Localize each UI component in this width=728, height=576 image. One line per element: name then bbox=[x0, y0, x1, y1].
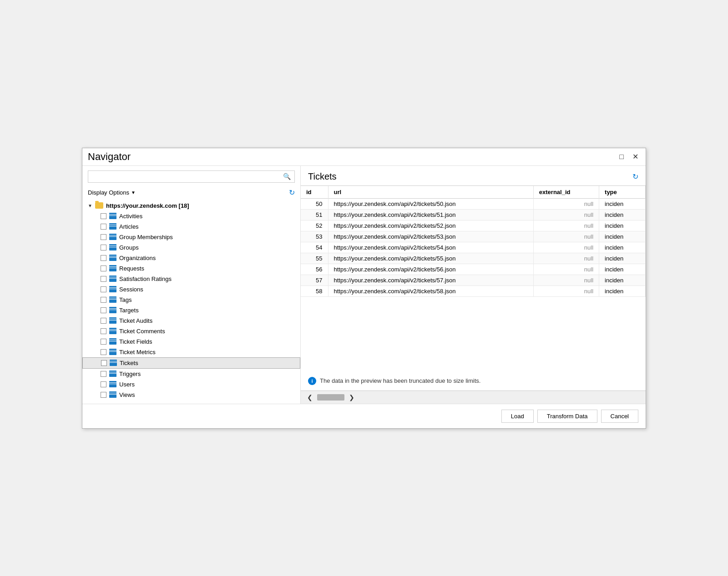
scroll-thumb[interactable] bbox=[317, 394, 344, 401]
tree-item[interactable]: Ticket Comments bbox=[82, 326, 300, 336]
tree-item-checkbox[interactable] bbox=[101, 339, 106, 345]
cell-url: https://your.zendesk.com/api/v2/tickets/… bbox=[328, 242, 533, 253]
cell-type: inciden bbox=[599, 275, 646, 285]
tree-item[interactable]: Triggers bbox=[82, 369, 300, 379]
tree-item-checkbox[interactable] bbox=[101, 307, 106, 313]
tree-item-label: Organizations bbox=[119, 255, 156, 261]
tree-item-checkbox[interactable] bbox=[101, 234, 106, 240]
tree-item-checkbox[interactable] bbox=[101, 276, 106, 282]
table-icon bbox=[109, 328, 116, 334]
cell-id: 58 bbox=[301, 285, 328, 296]
cell-external-id: null bbox=[533, 209, 599, 220]
truncate-text: The data in the preview has been truncat… bbox=[320, 377, 480, 384]
chevron-down-icon: ▼ bbox=[131, 190, 136, 195]
table-icon bbox=[109, 223, 116, 230]
tree-item[interactable]: Ticket Fields bbox=[82, 336, 300, 347]
tree-item[interactable]: Tags bbox=[82, 295, 300, 305]
tree-item-checkbox[interactable] bbox=[101, 255, 106, 261]
scroll-left-button[interactable]: ❮ bbox=[304, 393, 315, 402]
tree-item-checkbox[interactable] bbox=[101, 286, 106, 292]
tree-item-label: Activities bbox=[119, 213, 142, 220]
tree-item-checkbox[interactable] bbox=[101, 360, 107, 366]
tree-item-label: Requests bbox=[119, 265, 144, 272]
table-column-header: external_id bbox=[533, 186, 599, 199]
table-row: 55https://your.zendesk.com/api/v2/ticket… bbox=[301, 253, 646, 264]
tree-item[interactable]: Sessions bbox=[82, 284, 300, 295]
tree-item-checkbox[interactable] bbox=[101, 318, 106, 324]
right-panel: Tickets ↻ idurlexternal_idtype 50https:/… bbox=[301, 166, 646, 404]
tree-item[interactable]: Requests bbox=[82, 263, 300, 274]
maximize-button[interactable]: □ bbox=[617, 152, 627, 162]
tree-item[interactable]: Satisfaction Ratings bbox=[82, 274, 300, 284]
table-icon bbox=[109, 234, 116, 240]
tree-item[interactable]: Ticket Metrics bbox=[82, 347, 300, 357]
cell-external-id: null bbox=[533, 253, 599, 264]
horizontal-scrollbar: ❮ ❯ bbox=[301, 391, 646, 404]
table-icon bbox=[109, 213, 116, 219]
tree-item-checkbox[interactable] bbox=[101, 349, 106, 355]
cell-url: https://your.zendesk.com/api/v2/tickets/… bbox=[328, 285, 533, 296]
table-body: 50https://your.zendesk.com/api/v2/ticket… bbox=[301, 198, 646, 296]
tree-item-checkbox[interactable] bbox=[101, 328, 106, 334]
cell-external-id: null bbox=[533, 242, 599, 253]
cell-id: 55 bbox=[301, 253, 328, 264]
tree-item[interactable]: Ticket Audits bbox=[82, 316, 300, 326]
tree-item-label: Group Memberships bbox=[119, 234, 173, 240]
refresh-button[interactable]: ↻ bbox=[289, 188, 295, 197]
cell-url: https://your.zendesk.com/api/v2/tickets/… bbox=[328, 264, 533, 275]
navigator-window: Navigator □ ✕ 🔍 Display Options ▼ ↻ bbox=[82, 148, 646, 429]
tree-item[interactable]: Users bbox=[82, 379, 300, 390]
tree-item[interactable]: Views bbox=[82, 390, 300, 400]
preview-refresh-button[interactable]: ↻ bbox=[632, 172, 638, 181]
tree-item-label: Groups bbox=[119, 244, 139, 251]
transform-data-button[interactable]: Transform Data bbox=[537, 410, 597, 423]
table-row: 58https://your.zendesk.com/api/v2/ticket… bbox=[301, 285, 646, 296]
tree-item[interactable]: Articles bbox=[82, 221, 300, 232]
cell-external-id: null bbox=[533, 220, 599, 231]
cancel-button[interactable]: Cancel bbox=[601, 410, 638, 423]
folder-icon bbox=[95, 202, 103, 209]
tree-item-label: Sessions bbox=[119, 286, 143, 293]
close-button[interactable]: ✕ bbox=[630, 152, 640, 162]
search-input[interactable] bbox=[88, 171, 279, 182]
display-options-row: Display Options ▼ ↻ bbox=[82, 186, 300, 200]
tree-item-checkbox[interactable] bbox=[101, 381, 106, 387]
tree-item-checkbox[interactable] bbox=[101, 224, 106, 230]
table-icon bbox=[109, 286, 116, 292]
tree-root[interactable]: ▼ https://your.zendesk.com [18] bbox=[82, 200, 300, 211]
scroll-right-button[interactable]: ❯ bbox=[346, 393, 357, 402]
cell-type: inciden bbox=[599, 209, 646, 220]
table-icon bbox=[109, 317, 116, 324]
tree-item-label: Targets bbox=[119, 307, 139, 314]
data-table-wrapper[interactable]: idurlexternal_idtype 50https://your.zend… bbox=[301, 185, 646, 371]
cell-type: inciden bbox=[599, 264, 646, 275]
tree-item[interactable]: Tickets bbox=[82, 357, 300, 369]
tree-item-label: Tickets bbox=[120, 360, 138, 366]
table-icon bbox=[109, 255, 116, 261]
table-icon bbox=[109, 349, 116, 355]
tree-item[interactable]: Group Memberships bbox=[82, 232, 300, 242]
left-panel: 🔍 Display Options ▼ ↻ ▼ https://your.zen… bbox=[82, 166, 301, 404]
search-button[interactable]: 🔍 bbox=[279, 171, 294, 182]
tree-item[interactable]: Organizations bbox=[82, 253, 300, 263]
info-icon: i bbox=[308, 377, 316, 385]
table-row: 51https://your.zendesk.com/api/v2/ticket… bbox=[301, 209, 646, 220]
tree-item-checkbox[interactable] bbox=[101, 297, 106, 303]
preview-header: Tickets ↻ bbox=[301, 171, 646, 185]
tree-item-checkbox[interactable] bbox=[101, 265, 106, 271]
load-button[interactable]: Load bbox=[501, 410, 534, 423]
tree-item-label: Views bbox=[119, 391, 135, 398]
tree-item-checkbox[interactable] bbox=[101, 392, 106, 398]
cell-id: 51 bbox=[301, 209, 328, 220]
tree-item-label: Articles bbox=[119, 223, 139, 230]
tree-item[interactable]: Targets bbox=[82, 305, 300, 316]
tree-item[interactable]: Groups bbox=[82, 242, 300, 253]
tree-item[interactable]: Activities bbox=[82, 211, 300, 221]
table-icon bbox=[109, 265, 116, 271]
tree-item-checkbox[interactable] bbox=[101, 245, 106, 250]
display-options-button[interactable]: Display Options ▼ bbox=[88, 189, 136, 196]
display-options-label: Display Options bbox=[88, 189, 129, 196]
cell-type: inciden bbox=[599, 231, 646, 242]
tree-item-checkbox[interactable] bbox=[101, 213, 106, 219]
tree-item-checkbox[interactable] bbox=[101, 371, 106, 377]
